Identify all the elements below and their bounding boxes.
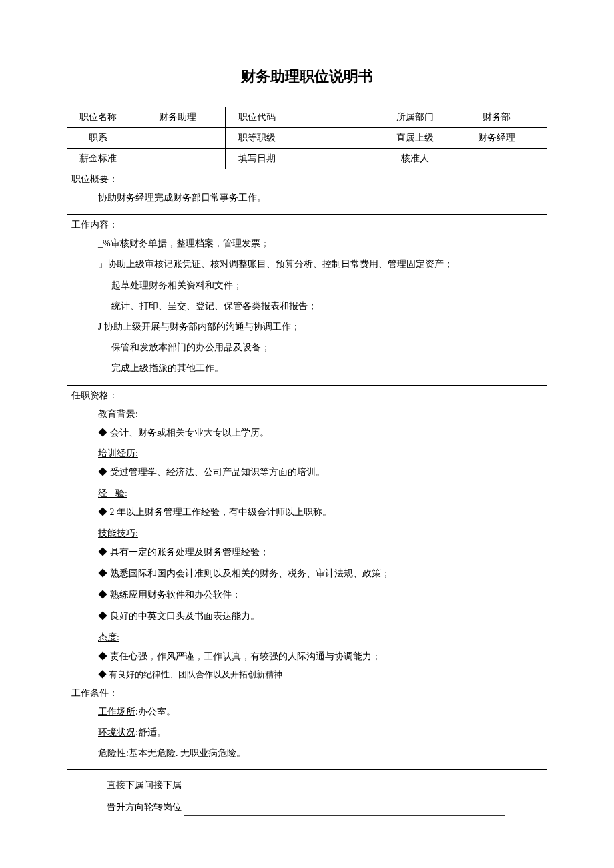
condition-environment-value: :舒适。 bbox=[135, 727, 166, 737]
cell-position-name-label: 职位名称 bbox=[67, 107, 129, 128]
footer-promotion-label: 晋升方向轮转岗位 bbox=[107, 802, 182, 812]
cell-position-code-label: 职位代码 bbox=[226, 107, 288, 128]
document-page: 财务助理职位说明书 职位名称 财务助理 职位代码 所属部门 财务部 职系 职等职… bbox=[0, 0, 614, 861]
skill-item: ◆ 熟悉国际和国内会计准则以及相关的财务、税务、审计法规、政策； bbox=[71, 565, 543, 582]
experience-subhead-prefix: 经 bbox=[98, 488, 115, 498]
table-row: 薪金标准 填写日期 核准人 bbox=[67, 149, 547, 169]
overview-text: 协助财务经理完成财务部日常事务工作。 bbox=[71, 189, 543, 206]
cell-date-value bbox=[288, 149, 384, 169]
cell-supervisor-label: 直属上级 bbox=[384, 128, 446, 149]
cell-department-label: 所属部门 bbox=[384, 107, 446, 128]
qualifications-section: 任职资格： 教育背景: ◆ 会计、财务或相关专业大专以上学历。 培训经历: ◆ … bbox=[67, 386, 547, 683]
qualifications-heading: 任职资格： bbox=[71, 390, 543, 402]
cell-date-label: 填写日期 bbox=[226, 149, 288, 169]
header-table: 职位名称 财务助理 职位代码 所属部门 财务部 职系 职等职级 直属上级 财务经… bbox=[67, 107, 547, 169]
cell-position-name-value: 财务助理 bbox=[129, 107, 226, 128]
condition-location-label: 工作场所 bbox=[98, 707, 135, 717]
condition-environment-label: 环境状况 bbox=[98, 727, 135, 737]
experience-item: ◆ 2 年以上财务管理工作经验，有中级会计师以上职称。 bbox=[71, 504, 543, 521]
cell-grade-label: 职等职级 bbox=[226, 128, 288, 149]
footer-promotion: 晋升方向轮转岗位 bbox=[107, 799, 547, 815]
training-subhead: 培训经历: bbox=[71, 448, 543, 460]
duty-line: 完成上级指派的其他工作。 bbox=[71, 360, 543, 376]
experience-subhead-suffix: 验: bbox=[115, 488, 127, 498]
condition-environment: 环境状况:舒适。 bbox=[71, 724, 543, 741]
conditions-section: 工作条件： 工作场所:办公室。 环境状况:舒适。 危险性:基本无危险. 无职业病… bbox=[67, 683, 547, 771]
duty-line: 统计、打印、呈交、登记、保管各类报表和报告； bbox=[71, 298, 543, 314]
footer-fill-line bbox=[184, 807, 505, 816]
duty-line: J 协助上级开展与财务部内部的沟通与协调工作； bbox=[71, 318, 543, 335]
cell-approver-label: 核准人 bbox=[384, 149, 446, 169]
cell-grade-value bbox=[288, 128, 384, 149]
attitude-item: ◆ 责任心强，作风严谨，工作认真，有较强的人际沟通与协调能力； bbox=[71, 648, 543, 665]
cell-approver-value bbox=[446, 149, 547, 169]
duty-line: 保管和发放本部门的办公用品及设备； bbox=[71, 339, 543, 356]
footer-subordinates: 直接下属间接下属 bbox=[107, 777, 547, 793]
overview-section: 职位概要： 协助财务经理完成财务部日常事务工作。 bbox=[67, 169, 547, 215]
conditions-heading: 工作条件： bbox=[71, 687, 543, 699]
condition-risk: 危险性:基本无危险. 无职业病危险。 bbox=[71, 745, 543, 761]
condition-location: 工作场所:办公室。 bbox=[71, 703, 543, 720]
skill-item: ◆ 熟练应用财务软件和办公软件； bbox=[71, 586, 543, 604]
table-row: 职系 职等职级 直属上级 财务经理 bbox=[67, 128, 547, 149]
skill-item: ◆ 良好的中英文口头及书面表达能力。 bbox=[71, 608, 543, 625]
table-row: 职位名称 财务助理 职位代码 所属部门 财务部 bbox=[67, 107, 547, 128]
attitude-subhead: 态度: bbox=[71, 632, 543, 644]
edu-item: ◆ 会计、财务或相关专业大专以上学历。 bbox=[71, 424, 543, 442]
cell-salary-value bbox=[129, 149, 226, 169]
skill-item: ◆ 具有一定的账务处理及财务管理经验； bbox=[71, 544, 543, 561]
training-item: ◆ 受过管理学、经济法、公司产品知识等方面的培训。 bbox=[71, 464, 543, 481]
cell-salary-label: 薪金标准 bbox=[67, 149, 129, 169]
duty-line: _%审核财务单据，整理档案，管理发票； bbox=[71, 235, 543, 252]
duties-section: 工作内容： _%审核财务单据，整理档案，管理发票； 」协助上级审核记账凭证、核对… bbox=[67, 215, 547, 385]
cell-series-label: 职系 bbox=[67, 128, 129, 149]
condition-risk-label: 危险性 bbox=[98, 748, 126, 758]
condition-risk-value: :基本无危险. 无职业病危险。 bbox=[126, 748, 246, 758]
cell-supervisor-value: 财务经理 bbox=[446, 128, 547, 149]
cell-position-code-value bbox=[288, 107, 384, 128]
duty-line: 起草处理财务相关资料和文件； bbox=[71, 277, 543, 294]
skills-subhead: 技能技巧: bbox=[71, 528, 543, 540]
cell-department-value: 财务部 bbox=[446, 107, 547, 128]
overview-heading: 职位概要： bbox=[71, 173, 543, 185]
edu-subhead: 教育背景: bbox=[71, 408, 543, 420]
attitude-item-truncated: ◆ 有良好的纪律性、团队合作以及开拓创新精神 bbox=[71, 669, 543, 679]
condition-location-value: :办公室。 bbox=[135, 707, 176, 717]
duty-line: 」协助上级审核记账凭证、核对调整账目、预算分析、控制日常费用、管理固定资产； bbox=[71, 256, 543, 272]
duties-heading: 工作内容： bbox=[71, 219, 543, 231]
document-title: 财务助理职位说明书 bbox=[67, 67, 547, 87]
footer-lines: 直接下属间接下属 晋升方向轮转岗位 bbox=[67, 777, 547, 815]
experience-subhead: 经验: bbox=[71, 488, 543, 500]
cell-series-value bbox=[129, 128, 226, 149]
